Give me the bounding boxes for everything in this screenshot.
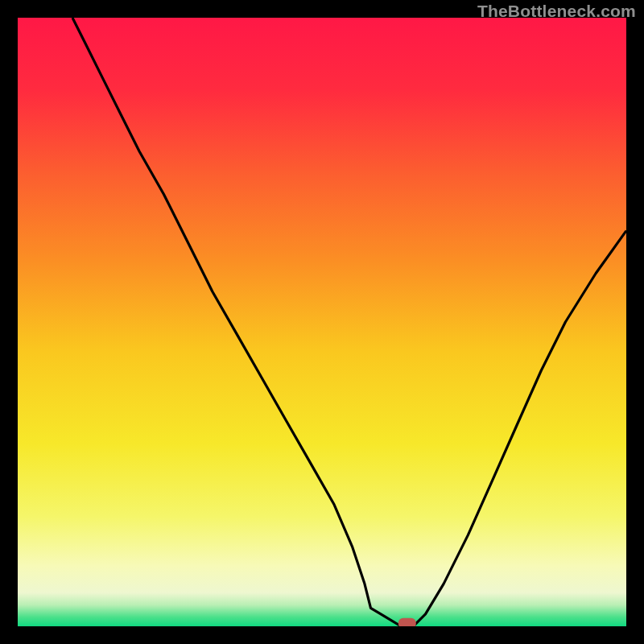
optimum-marker bbox=[398, 618, 416, 626]
plot-area bbox=[18, 18, 626, 626]
chart-overlay bbox=[18, 18, 626, 626]
chart-frame: TheBottleneck.com bbox=[0, 0, 644, 644]
watermark-text: TheBottleneck.com bbox=[477, 2, 636, 21]
data-curve bbox=[72, 18, 626, 626]
